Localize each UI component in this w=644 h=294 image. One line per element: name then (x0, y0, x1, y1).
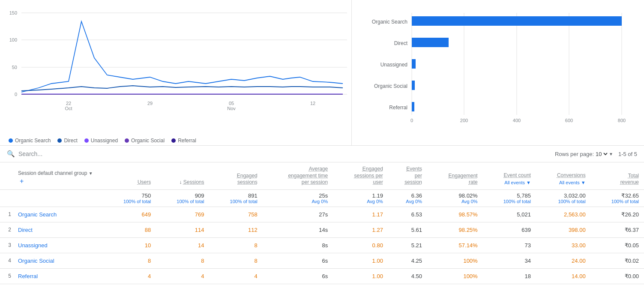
row-engaged-per-user: 1.27 (333, 222, 388, 237)
row-channel[interactable]: Direct (13, 222, 103, 237)
table-row: 3 Unassigned 10 14 8 8s 0.80 5.21 57.14%… (0, 237, 644, 253)
totals-engaged-per-user: 1.19 Avg 0% (333, 189, 388, 207)
col-total-revenue[interactable]: Total revenue (591, 162, 644, 189)
col-events-per-session[interactable]: Events per session (388, 162, 427, 189)
bar-referral (412, 102, 414, 111)
bar-organic-search (412, 16, 622, 26)
y-label-50: 50 (12, 65, 17, 70)
add-column-button[interactable]: + (20, 177, 24, 185)
y-label-100: 100 (9, 37, 17, 42)
event-count-filter[interactable]: All events ▼ (488, 180, 531, 186)
organic-search-line (21, 21, 343, 92)
legend-dot-organic-social (125, 138, 129, 143)
row-channel[interactable]: Referral (13, 268, 103, 284)
row-total-revenue: ₹26.20 (591, 207, 644, 222)
col-users[interactable]: Users (103, 162, 156, 189)
row-engagement-rate: 100% (427, 268, 483, 284)
col-sessions[interactable]: ↓ Sessions (156, 162, 209, 189)
bar-y-referral: Referral (389, 105, 407, 111)
bar-x-800: 800 (618, 118, 626, 123)
rows-per-page-select[interactable]: 10 25 50 (594, 150, 609, 158)
channel-link[interactable]: Organic Search (18, 211, 57, 218)
totals-row: 750 100% of total 909 100% of total 891 … (0, 189, 644, 207)
search-input[interactable] (18, 150, 104, 157)
col-events-label: Events per session (393, 166, 422, 186)
dimension-label: Session default channel group (18, 170, 87, 176)
legend-unassigned: Unassigned (84, 138, 118, 144)
table-row: 2 Direct 88 114 112 14s 1.27 5.61 98.25%… (0, 222, 644, 237)
channel-link[interactable]: Direct (18, 227, 33, 233)
row-event-count: 73 (483, 237, 536, 253)
col-conversions[interactable]: Conversions All events ▼ (536, 162, 591, 189)
x-label-22: 22 (66, 101, 71, 106)
search-icon: 🔍 (7, 150, 15, 158)
legend-label-unassigned: Unassigned (91, 138, 118, 144)
row-sessions: 14 (156, 237, 209, 253)
col-event-count[interactable]: Event count All events ▼ (483, 162, 536, 189)
row-engagement-rate: 98.57% (427, 207, 483, 222)
y-label-150: 150 (9, 10, 17, 15)
row-event-count: 5,021 (483, 207, 536, 222)
data-table: Session default channel group ▼ + Users … (0, 162, 644, 284)
dropdown-icon: ▼ (526, 180, 531, 186)
row-users: 8 (103, 253, 156, 268)
channel-link[interactable]: Unassigned (18, 242, 48, 249)
totals-avg-engagement: 25s Avg 0% (263, 189, 333, 207)
row-avg-engagement: 14s (263, 222, 333, 237)
row-users: 10 (103, 237, 156, 253)
x-label-05: 05 (229, 101, 234, 106)
row-engaged-per-user: 0.80 (333, 237, 388, 253)
row-sessions: 114 (156, 222, 209, 237)
row-users: 88 (103, 222, 156, 237)
row-users: 649 (103, 207, 156, 222)
table-row: 4 Organic Social 8 8 8 6s 1.00 4.25 100%… (0, 253, 644, 268)
row-conversions: 14.00 (536, 268, 591, 284)
row-engagement-rate: 100% (427, 253, 483, 268)
legend-direct: Direct (57, 138, 77, 144)
col-engaged-sessions[interactable]: Engaged sessions (210, 162, 263, 189)
row-engaged-sessions: 8 (210, 253, 263, 268)
row-engaged-sessions: 4 (210, 268, 263, 284)
legend-organic-social: Organic Social (125, 138, 165, 144)
bar-unassigned (412, 59, 416, 69)
row-channel[interactable]: Organic Social (13, 253, 103, 268)
legend-label-organic-search: Organic Search (15, 138, 51, 144)
row-engaged-sessions: 758 (210, 207, 263, 222)
bar-y-unassigned: Unassigned (380, 62, 407, 68)
col-dimension[interactable]: Session default channel group ▼ + (13, 162, 103, 189)
channel-link[interactable]: Referral (18, 273, 38, 279)
row-channel[interactable]: Unassigned (13, 237, 103, 253)
row-num: 2 (0, 222, 13, 237)
page-info: 1-5 of 5 (618, 151, 637, 157)
totals-event-count: 5,785 100% of total (483, 189, 536, 207)
search-wrap[interactable]: 🔍 (7, 150, 104, 158)
channel-link[interactable]: Organic Social (18, 258, 54, 264)
row-event-count: 34 (483, 253, 536, 268)
col-users-label: Users (108, 179, 151, 186)
row-event-count: 18 (483, 268, 536, 284)
row-avg-engagement: 6s (263, 268, 333, 284)
x-label-12: 12 (310, 101, 315, 106)
row-engaged-sessions: 8 (210, 237, 263, 253)
col-avg-engagement[interactable]: Average engagement time per session (263, 162, 333, 189)
row-num: 3 (0, 237, 13, 253)
bar-y-organic-search: Organic Search (372, 19, 407, 25)
row-channel[interactable]: Organic Search (13, 207, 103, 222)
totals-revenue: ₹32.65 100% of total (591, 189, 644, 207)
legend-organic-search: Organic Search (9, 138, 51, 144)
row-engaged-per-user: 1.00 (333, 268, 388, 284)
row-events-per-session: 5.21 (388, 237, 427, 253)
col-engagement-rate[interactable]: Engagement rate (427, 162, 483, 189)
totals-sessions: 909 100% of total (156, 189, 209, 207)
row-num: 1 (0, 207, 13, 222)
row-num: 5 (0, 268, 13, 284)
row-sessions: 8 (156, 253, 209, 268)
totals-num (0, 189, 13, 207)
totals-events-per-session: 6.36 Avg 0% (388, 189, 427, 207)
row-total-revenue: ₹6.37 (591, 222, 644, 237)
col-event-count-label: Event count (488, 172, 531, 179)
col-engaged-per-user[interactable]: Engaged sessions per user (333, 162, 388, 189)
row-engagement-rate: 98.25% (427, 222, 483, 237)
legend-label-referral: Referral (178, 138, 196, 144)
conversions-filter[interactable]: All events ▼ (541, 180, 586, 186)
